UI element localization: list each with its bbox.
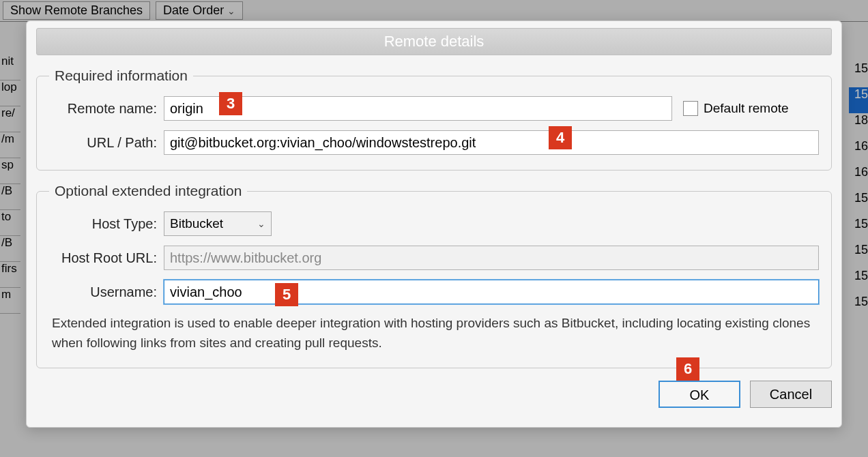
bg-left-item: nit — [0, 55, 20, 80]
bg-left-item: lop — [0, 80, 20, 106]
bg-right-item: 15 — [849, 191, 868, 217]
remote-details-dialog: Remote details Required information Remo… — [26, 20, 842, 428]
bg-left-item: m — [0, 288, 20, 314]
host-type-label: Host Type: — [49, 216, 164, 232]
bg-right-item: 15 — [849, 243, 868, 269]
bg-left-item: to — [0, 210, 20, 236]
host-root-url-input — [164, 246, 819, 270]
bg-left-item: /m — [0, 132, 20, 158]
optional-integration-group: Optional extended integration Host Type:… — [36, 183, 832, 368]
callout-6: 6 — [676, 357, 699, 381]
ok-button[interactable]: OK — [659, 381, 740, 408]
chevron-down-icon: ⌄ — [257, 218, 265, 229]
callout-3: 3 — [219, 92, 242, 115]
bg-show-remote-button: Show Remote Branches — [3, 1, 150, 20]
bg-left-list: nitlopre//msp/Bto/Bfirsm — [0, 55, 20, 314]
chevron-down-icon: ⌄ — [227, 5, 235, 16]
url-path-label: URL / Path: — [49, 135, 164, 151]
required-info-group: Required information Remote name: Defaul… — [36, 68, 832, 171]
remote-name-label: Remote name: — [49, 101, 164, 117]
bg-right-list: 15151816161515151515 — [849, 61, 868, 321]
bg-right-item: 15 — [849, 87, 868, 113]
bg-right-item: 15 — [849, 217, 868, 243]
username-label: Username: — [49, 284, 164, 300]
bg-right-item: 15 — [849, 295, 868, 321]
url-path-input[interactable] — [164, 130, 819, 155]
bg-left-item: firs — [0, 262, 20, 288]
cancel-button[interactable]: Cancel — [750, 381, 832, 408]
bg-date-order-button: Date Order ⌄ — [156, 1, 243, 20]
integration-hint-text: Extended integration is used to enable d… — [49, 314, 819, 353]
bg-right-item: 15 — [849, 269, 868, 295]
bg-right-item: 16 — [849, 139, 868, 165]
host-type-select[interactable]: Bitbucket ⌄ — [164, 211, 272, 236]
bg-left-item: sp — [0, 158, 20, 184]
default-remote-checkbox[interactable] — [683, 101, 698, 116]
host-root-url-label: Host Root URL: — [49, 250, 164, 266]
bg-left-item: re/ — [0, 106, 20, 132]
bg-toolbar: Show Remote Branches Date Order ⌄ — [0, 0, 868, 22]
dialog-buttons: OK Cancel — [36, 381, 832, 408]
bg-right-item: 16 — [849, 165, 868, 191]
optional-legend: Optional extended integration — [49, 183, 247, 199]
username-input[interactable] — [164, 280, 819, 304]
bg-left-item: /B — [0, 184, 20, 210]
bg-left-item: /B — [0, 236, 20, 262]
dialog-title: Remote details — [36, 28, 832, 55]
bg-right-item: 15 — [849, 61, 868, 87]
required-legend: Required information — [49, 68, 193, 84]
default-remote-label: Default remote — [704, 101, 789, 116]
callout-4: 4 — [549, 126, 572, 149]
bg-right-item: 18 — [849, 113, 868, 139]
callout-5: 5 — [275, 283, 298, 306]
